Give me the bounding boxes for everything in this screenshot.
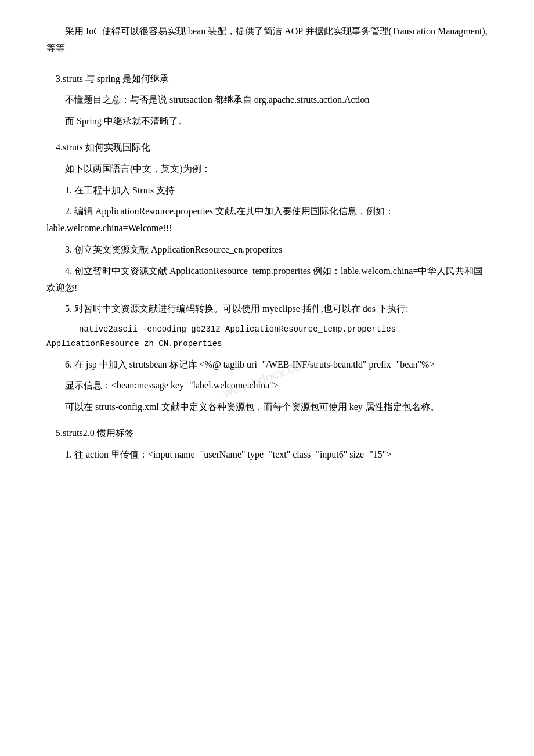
section-3: 3.struts 与 spring 是如何继承 [46,71,488,88]
section-5: 5.struts2.0 惯用标签 [46,425,488,442]
paragraph-1: 采用 IoC 使得可以很容易实现 bean 装配，提供了简洁 AOP 并据此实现… [46,23,488,57]
paragraph-6: 如下以两国语言(中文，英文)为例： [46,161,488,178]
main-content: 采用 IoC 使得可以很容易实现 bean 装配，提供了简洁 AOP 并据此实现… [46,23,488,463]
display-info: 显示信息：<bean:message key="label.welcome.ch… [46,377,488,394]
paragraph-3: 不懂题目之意：与否是说 strutsaction 都继承自 org.apache… [46,92,488,109]
paragraph-15: 可以在 struts-config.xml 文献中定义各种资源包，而每个资源包可… [46,399,488,416]
paragraph-10: 4. 创立暂时中文资源文献 ApplicationResource_temp.p… [46,263,488,297]
item-1: 1. 在工程中加入 Struts 支持 [46,182,488,199]
paragraph-4: 而 Spring 中继承就不清晰了。 [46,113,488,130]
paragraph-8: 2. 编辑 ApplicationResource.properties 文献,… [46,203,488,237]
code-native2ascii: native2ascii -encoding gb2312 Applicatio… [46,322,488,351]
section-4: 4.struts 如何实现国际化 [46,139,488,156]
paragraph-11: 5. 对暂时中文资源文献进行编码转换。可以使用 myeclipse 插件,也可以… [46,301,488,318]
item-3: 3. 创立英文资源文献 ApplicationResource_en.prope… [46,242,488,258]
paragraph-13: 6. 在 jsp 中加入 strutsbean 标记库 <%@ taglib u… [46,357,488,373]
paragraph-17: 1. 往 action 里传值：<input name="userName" t… [46,447,488,463]
